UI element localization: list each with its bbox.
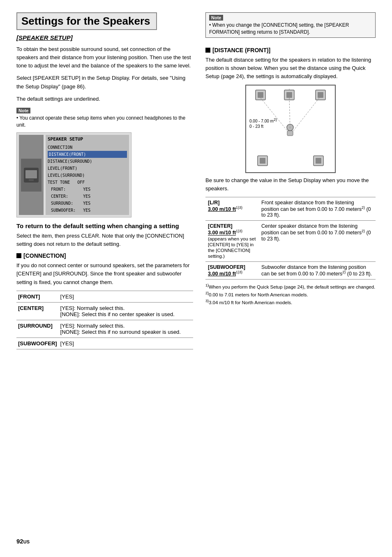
menu-item-test-tone: TEST TONE OFF: [48, 179, 127, 186]
page-number-container: 92US: [16, 534, 376, 545]
dist-subwoofer-label: [SUBWOOFER] 3.00 m/10 ft1)3): [205, 261, 259, 279]
surround-label: [SURROUND]: [16, 320, 59, 337]
connection-table: [FRONT] [YES] [CENTER] [YES]: Normally s…: [16, 291, 193, 349]
speaker-bottom-left: [256, 155, 269, 168]
svg-rect-2: [29, 179, 34, 181]
table-row-surround: [SURROUND] [YES]: Normally select this.[…: [16, 320, 193, 337]
distance-text: The default distance setting for the spe…: [205, 56, 376, 81]
dist-lr-desc: Front speaker distance from the listenin…: [259, 197, 376, 221]
footnote-3: 3)3.04 m/10 ft for North American models…: [205, 298, 376, 306]
dist-subwoofer-desc: Subwoofer distance from the listening po…: [259, 261, 376, 279]
dist-lr-label: [L/R]3.00 m/10 ft1)3): [205, 197, 259, 221]
return-text: Select the item, then press CLEAR. Note …: [16, 232, 193, 248]
note-box-1: Note • You cannot operate these setup it…: [16, 107, 193, 129]
dist-center-desc: Center speaker distance from the listeni…: [259, 221, 376, 261]
table-row-center: [CENTER] [YES]: Normally select this.[NO…: [16, 302, 193, 320]
distance-heading-container: [DISTANCE (FRONT)]: [205, 47, 376, 53]
connection-text: If you do not connect center or surround…: [16, 261, 193, 286]
default-text: The default settings are underlined.: [16, 95, 193, 103]
section-subtitle: [SPEAKER SETUP]: [16, 34, 193, 41]
note-label-2: Note: [209, 15, 223, 21]
dist-lr-label-text: [L/R]3.00 m/10 ft1)3): [208, 200, 242, 212]
setup-change-text: Be sure to change the value in the Setup…: [205, 176, 376, 193]
setup-menu-title: SPEAKER SETUP: [48, 136, 127, 143]
footnote-1: 1)When you perform the Quick Setup (page…: [205, 283, 376, 291]
dist-row-subwoofer: [SUBWOOFER] 3.00 m/10 ft1)3) Subwoofer d…: [205, 261, 376, 279]
distance-label: 0.00 - 7.00 m2)0 - 23 ft: [249, 118, 277, 129]
note-box-2: Note • When you change the [CONNECTION] …: [205, 12, 376, 38]
screenshot-left-panel: [19, 135, 44, 215]
distance-range: 0.00 - 7.00 m2)0 - 23 ft: [249, 119, 277, 129]
speaker-diagram: 0.00 - 7.00 m2)0 - 23 ft: [245, 85, 336, 173]
menu-item-surround: SURROUND: YES: [48, 200, 127, 207]
subwoofer-label: [SUBWOOFER]: [16, 337, 59, 349]
connection-heading: [CONNECTION]: [23, 252, 66, 259]
surround-value: [YES]: Normally select this.[NONE]: Sele…: [59, 320, 193, 337]
return-heading: To return to the default setting when ch…: [16, 222, 193, 229]
speaker-bottom-right-svg: [312, 155, 325, 167]
footnote-2: 2)0.00 to 7.01 meters for North American…: [205, 291, 376, 298]
footnotes: 1)When you perform the Quick Setup (page…: [205, 283, 376, 306]
note-label-1: Note: [16, 108, 30, 113]
center-label: [CENTER]: [16, 302, 59, 320]
dist-center-label: [CENTER] 3.00 m/10 ft1)3) (appears when …: [205, 221, 259, 261]
menu-item-distance-surround: DISTANCE(SURROUND): [48, 158, 127, 165]
note-text-1: • You cannot operate these setup items w…: [16, 115, 193, 129]
menu-item-subwoofer: SUBWOOFER: YES: [48, 207, 127, 214]
front-value: [YES]: [59, 291, 193, 302]
setup-menu: SPEAKER SETUP CONNECTION DISTANCE(FRONT)…: [46, 135, 129, 215]
speaker-bottom-left-svg: [256, 155, 269, 167]
note-text-2: • When you change the [CONNECTION] setti…: [209, 22, 372, 36]
menu-item-level-front: LEVEL(FRONT): [48, 165, 127, 172]
table-row-front: [FRONT] [YES]: [16, 291, 193, 302]
page-number: 92US: [16, 538, 30, 545]
screenshot-device-icon: [21, 159, 42, 192]
device-svg: [23, 167, 39, 183]
setup-screenshot: SPEAKER SETUP CONNECTION DISTANCE(FRONT)…: [16, 132, 131, 217]
table-row-subwoofer: [SUBWOOFER] [YES]: [16, 337, 193, 349]
page-title: Settings for the Speakers: [21, 15, 150, 27]
svg-rect-1: [25, 170, 37, 178]
svg-rect-16: [260, 158, 265, 164]
intro-text: To obtain the best possible surround sou…: [16, 45, 193, 70]
menu-item-front: FRONT: YES: [48, 186, 127, 193]
menu-item-level-surround: LEVEL(SURROUND): [48, 172, 127, 179]
distance-heading: [DISTANCE (FRONT)]: [212, 47, 270, 53]
menu-item-connection: CONNECTION: [48, 144, 127, 151]
speaker-bottom-right: [312, 155, 325, 168]
title-box: Settings for the Speakers: [16, 12, 157, 30]
select-text: Select [SPEAKER SETUP] in the Setup Disp…: [16, 74, 193, 90]
dist-row-lr: [L/R]3.00 m/10 ft1)3) Front speaker dist…: [205, 197, 376, 221]
svg-rect-18: [316, 158, 321, 164]
distance-table: [L/R]3.00 m/10 ft1)3) Front speaker dist…: [205, 197, 376, 279]
connection-bullet: [16, 253, 21, 258]
menu-item-center: CENTER: YES: [48, 193, 127, 200]
subwoofer-value: [YES]: [59, 337, 193, 349]
center-value: [YES]: Normally select this.[NONE]: Sele…: [59, 302, 193, 320]
connection-heading-container: [CONNECTION]: [16, 252, 193, 259]
svg-line-13: [289, 98, 290, 129]
svg-line-14: [293, 98, 319, 131]
distance-bullet: [205, 48, 210, 53]
front-label: [FRONT]: [16, 291, 59, 302]
menu-item-distance-front: DISTANCE(FRONT): [48, 151, 127, 158]
dist-row-center: [CENTER] 3.00 m/10 ft1)3) (appears when …: [205, 221, 376, 261]
